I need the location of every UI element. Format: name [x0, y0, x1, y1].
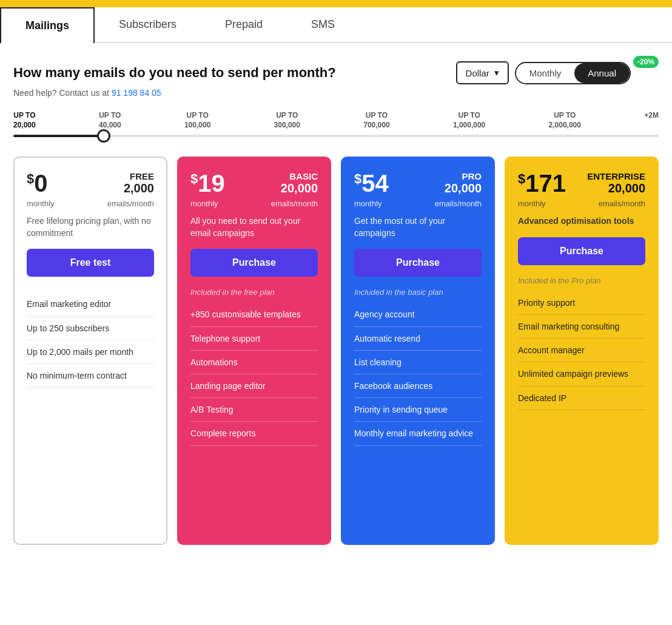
free-test-button[interactable]: Free test [27, 249, 154, 277]
basic-emails-label: emails/month [271, 199, 318, 208]
dropdown-icon: ▾ [494, 67, 499, 78]
pricing-grid: $0 FREE 2,000 monthly emails/month Free … [13, 157, 659, 545]
free-description: Free lifelong pricing plan, with no comm… [27, 215, 154, 239]
pro-feature-0: Agency account [354, 303, 482, 326]
card-pro-header: $54 PRO 20,000 [354, 171, 482, 195]
slider-label-4: UP TO 700,000 [363, 111, 389, 130]
pro-plan-info: PRO 20,000 [445, 171, 482, 195]
currency-select[interactable]: Dollar ▾ [456, 61, 509, 84]
question-text: How many emails do you need to send per … [13, 65, 336, 81]
pro-billing-row: monthly emails/month [354, 198, 482, 208]
enterprise-features-label: Included in the Pro plan [518, 276, 645, 285]
contact-phone[interactable]: 91 198 84 05 [112, 88, 161, 98]
basic-price: $19 [190, 171, 225, 195]
basic-billing-row: monthly emails/month [190, 198, 318, 208]
card-free-header: $0 FREE 2,000 [27, 171, 154, 195]
slider-thumb[interactable] [97, 129, 110, 143]
free-billing-row: monthly emails/month [27, 198, 154, 208]
enterprise-plan-info: ENTERPRISE 20,000 [587, 171, 645, 195]
basic-plan-name: BASIC [281, 171, 318, 181]
billing-controls: Dollar ▾ Monthly Annual -20% [456, 61, 659, 84]
card-enterprise: $171 ENTERPRISE 20,000 monthly emails/mo… [505, 157, 659, 545]
free-price: $0 [27, 171, 48, 195]
pro-features-label: Included in the basic plan [354, 288, 482, 297]
pro-feature-5: Monthly email marketing advice [354, 422, 482, 445]
pro-purchase-button[interactable]: Purchase [354, 249, 482, 277]
pro-price: $54 [354, 171, 389, 195]
slider-track[interactable] [13, 135, 659, 137]
slider-label-2: UP TO 100,000 [184, 111, 210, 130]
slider-label-1: UP TO 40,000 [99, 111, 121, 130]
slider-label-0: UP TO 20,000 [13, 111, 36, 130]
basic-billing-period: monthly [190, 199, 218, 208]
free-features: Email marketing editor Up to 250 subscri… [27, 292, 154, 388]
basic-features: +850 customisable templates Telephone su… [190, 303, 318, 445]
pro-billing-period: monthly [354, 199, 382, 208]
pro-feature-1: Automatic resend [354, 327, 482, 351]
card-basic: $19 BASIC 20,000 monthly emails/month Al… [177, 157, 331, 545]
slider-label-6: UP TO 2,000,000 [549, 111, 581, 130]
basic-emails-count: 20,000 [281, 181, 318, 195]
enterprise-feature-0: Priority support [518, 291, 645, 315]
slider-section: UP TO 20,000 UP TO 40,000 UP TO 100,000 … [13, 111, 659, 137]
discount-badge: -20% [633, 56, 659, 68]
free-feature-0: Email marketing editor [27, 292, 154, 316]
free-emails-count: 2,000 [124, 181, 154, 195]
basic-feature-0: +850 customisable templates [190, 303, 318, 326]
basic-description: All you need to send out your email camp… [190, 215, 318, 239]
nav-outer: Mailings Subscribers Prepaid SMS [0, 7, 672, 43]
tab-sms[interactable]: SMS [287, 7, 359, 42]
card-pro: $54 PRO 20,000 monthly emails/month Get … [341, 157, 495, 545]
basic-plan-info: BASIC 20,000 [281, 171, 318, 195]
basic-feature-3: Landing page editor [190, 374, 318, 398]
enterprise-features: Priority support Email marketing consult… [518, 291, 645, 410]
main-content: How many emails do you need to send per … [0, 43, 672, 569]
card-basic-header: $19 BASIC 20,000 [190, 171, 318, 195]
enterprise-billing-period: monthly [518, 199, 546, 208]
slider-fill [13, 135, 104, 137]
enterprise-feature-2: Account manager [518, 339, 645, 362]
pro-feature-3: Facebook audiences [354, 374, 482, 398]
pro-features: Agency account Automatic resend List cle… [354, 303, 482, 445]
enterprise-feature-1: Email marketing consulting [518, 315, 645, 339]
contact-text: Need help? Contact us at 91 198 84 05 [13, 88, 659, 98]
enterprise-feature-3: Unlimited campaign previews [518, 362, 645, 386]
top-bar [0, 0, 672, 7]
nav-inner: Mailings Subscribers Prepaid SMS [0, 7, 672, 42]
free-feature-3: No minimum-term contract [27, 364, 154, 388]
annual-btn[interactable]: Annual [574, 63, 630, 83]
slider-label-3: UP TO 300,000 [274, 111, 300, 130]
question-row: How many emails do you need to send per … [13, 61, 659, 84]
basic-feature-5: Complete reports [190, 422, 318, 445]
pro-plan-name: PRO [445, 171, 482, 181]
pro-description: Get the most out of your campaigns [354, 215, 482, 239]
basic-feature-2: Automations [190, 351, 318, 374]
enterprise-price: $171 [518, 171, 566, 195]
free-plan-name: FREE [124, 171, 154, 181]
pro-emails-count: 20,000 [445, 181, 482, 195]
enterprise-feature-4: Dedicated IP [518, 387, 645, 410]
basic-feature-4: A/B Testing [190, 398, 318, 422]
enterprise-description: Advanced optimisation tools [518, 215, 645, 228]
enterprise-emails-label: emails/month [599, 199, 645, 208]
enterprise-purchase-button[interactable]: Purchase [518, 237, 645, 265]
basic-feature-1: Telephone support [190, 327, 318, 351]
basic-purchase-button[interactable]: Purchase [190, 249, 318, 277]
pro-feature-2: List cleaning [354, 351, 482, 374]
enterprise-plan-name: ENTERPRISE [587, 171, 645, 181]
currency-label: Dollar [466, 68, 489, 78]
tab-prepaid[interactable]: Prepaid [201, 7, 287, 42]
enterprise-billing-row: monthly emails/month [518, 198, 645, 208]
billing-toggle: Monthly Annual [515, 62, 631, 84]
tab-mailings[interactable]: Mailings [0, 7, 95, 43]
free-emails-label: emails/month [107, 199, 154, 208]
free-feature-2: Up to 2,000 mails per month [27, 340, 154, 364]
pro-feature-4: Priority in sending queue [354, 398, 482, 422]
basic-features-label: Included in the free plan [190, 288, 318, 297]
slider-label-7: +2M [644, 111, 659, 130]
slider-label-5: UP TO 1,000,000 [453, 111, 485, 130]
pro-emails-label: emails/month [435, 199, 482, 208]
tab-subscribers[interactable]: Subscribers [95, 7, 201, 42]
card-free: $0 FREE 2,000 monthly emails/month Free … [13, 157, 167, 545]
monthly-btn[interactable]: Monthly [516, 63, 575, 83]
